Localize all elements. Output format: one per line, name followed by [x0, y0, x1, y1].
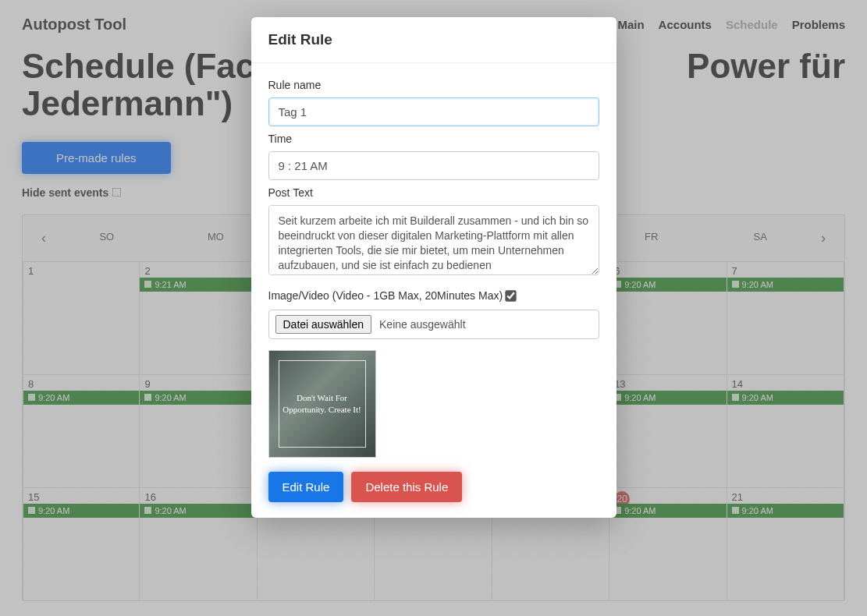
post-text-label: Post Text	[268, 186, 599, 199]
edit-rule-button[interactable]: Edit Rule	[268, 472, 344, 502]
file-status-text: Keine ausgewählt	[379, 318, 466, 331]
file-input-wrap: Datei auswählen Keine ausgewählt	[268, 310, 599, 339]
thumbnail-quote: Don't Wait For Opportunity. Create It!	[269, 392, 375, 416]
time-input[interactable]	[268, 151, 599, 180]
rule-name-input[interactable]	[268, 97, 599, 126]
image-video-checkbox[interactable]	[505, 290, 516, 301]
image-video-label: Image/Video (Video - 1GB Max, 20Minutes …	[268, 289, 599, 302]
post-text-input[interactable]: Seit kurzem arbeite ich mit Builderall z…	[268, 205, 599, 275]
time-label: Time	[268, 133, 599, 145]
rule-name-label: Rule name	[268, 79, 599, 91]
delete-rule-button[interactable]: Delete this Rule	[351, 472, 462, 502]
file-choose-button[interactable]: Datei auswählen	[275, 315, 372, 334]
modal-title: Edit Rule	[251, 17, 616, 63]
edit-rule-modal: Edit Rule Rule name Time Post Text Seit …	[251, 17, 616, 518]
thumbnail-preview[interactable]: Don't Wait For Opportunity. Create It!	[268, 350, 376, 458]
image-video-label-text: Image/Video (Video - 1GB Max, 20Minutes …	[268, 289, 503, 302]
